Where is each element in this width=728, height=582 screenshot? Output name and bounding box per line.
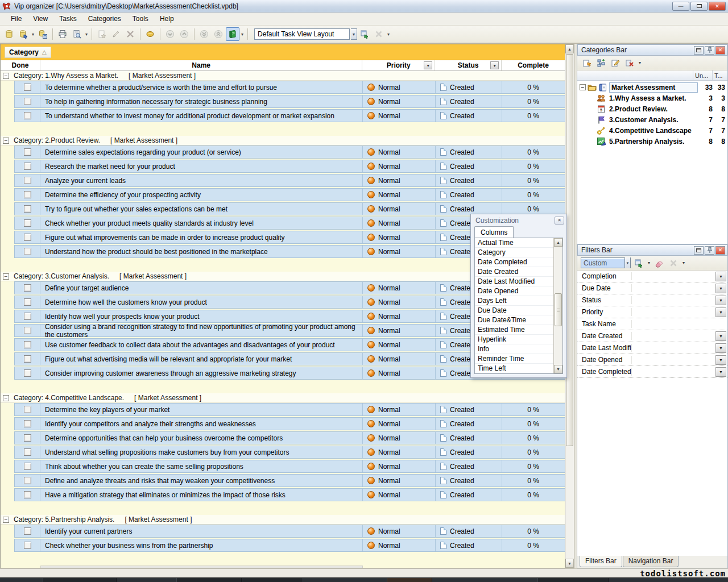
layout-combo-arrow[interactable]: ▼	[351, 28, 357, 40]
menu-item-categories[interactable]: Categories	[83, 13, 126, 24]
filter-dropdown-button[interactable]: ▼	[715, 367, 726, 377]
column-header-total[interactable]: T...	[713, 70, 727, 80]
move-up-button[interactable]	[177, 27, 191, 41]
add-category-button[interactable]	[581, 57, 593, 69]
done-checkbox[interactable]	[24, 163, 31, 170]
filter-value-field[interactable]	[632, 306, 715, 318]
categories-close-button[interactable]: ✕	[715, 46, 725, 55]
task-row[interactable]: Determine opportunities that can help yo…	[14, 431, 565, 444]
category-tree-item[interactable]: 5.Partnership Analysis. 8 8	[577, 136, 727, 147]
category-group-header[interactable]: − Category: 5.Partnership Analysis. [ Ma…	[1, 515, 565, 525]
done-checkbox[interactable]	[24, 84, 31, 91]
task-row[interactable]: Identify your competitors and analyze th…	[14, 417, 565, 430]
scrollbar-thumb[interactable]	[555, 293, 562, 326]
done-checkbox[interactable]	[24, 369, 31, 377]
done-checkbox[interactable]	[24, 527, 31, 535]
scrollbar-track[interactable]	[554, 327, 562, 365]
delete-layout-button[interactable]	[372, 27, 386, 41]
task-view-button[interactable]	[226, 27, 239, 41]
apply-filter-button[interactable]	[632, 257, 645, 269]
move-bottom-button[interactable]	[197, 27, 211, 41]
edit-task-button[interactable]	[109, 27, 123, 41]
done-checkbox[interactable]	[24, 191, 31, 198]
group-by-category-button[interactable]: Category △	[5, 47, 51, 58]
column-list-item[interactable]: Days Left	[475, 296, 553, 306]
customization-scrollbar[interactable]: ▲ ▼	[553, 238, 562, 373]
done-checkbox[interactable]	[24, 248, 31, 255]
column-list-item[interactable]: Estimated Time	[475, 325, 553, 335]
done-checkbox[interactable]	[24, 477, 31, 484]
done-checkbox[interactable]	[24, 434, 31, 442]
column-list-item[interactable]: Category	[475, 248, 553, 257]
print-preview-button[interactable]	[70, 27, 84, 41]
column-list-item[interactable]: Due Date&Time	[475, 315, 553, 325]
minimize-button[interactable]: —	[672, 2, 689, 11]
filter-value-field[interactable]	[632, 271, 715, 282]
task-row[interactable]: Analyze your current leads Normal Create…	[14, 174, 565, 187]
task-row[interactable]: Check whether your business wins from th…	[14, 539, 565, 552]
customization-close-button[interactable]: ✕	[555, 217, 564, 225]
done-checkbox[interactable]	[24, 112, 31, 119]
done-checkbox[interactable]	[24, 177, 31, 184]
filters-pin-button[interactable]	[705, 246, 714, 255]
filter-dropdown-button[interactable]: ▼	[715, 343, 726, 353]
filter-value-field[interactable]	[632, 354, 715, 365]
task-view-dropdown[interactable]: ▾	[240, 32, 245, 37]
collapse-minus-icon[interactable]: −	[3, 73, 9, 79]
save-database-button[interactable]	[36, 27, 49, 41]
filter-dropdown-button[interactable]: ▼	[715, 296, 726, 305]
bottom-tab-filters-bar[interactable]: Filters Bar	[580, 556, 622, 567]
category-tree-item[interactable]: 5 2.Product Review. 8 8	[577, 103, 727, 114]
scroll-down-button[interactable]: ▼	[565, 559, 574, 568]
task-row[interactable]: Have a mitigation strategy that eliminat…	[14, 488, 565, 501]
done-checkbox[interactable]	[24, 491, 31, 498]
done-checkbox[interactable]	[24, 148, 31, 156]
column-list-item[interactable]: Info	[475, 344, 553, 354]
done-checkbox[interactable]	[24, 313, 31, 320]
done-checkbox[interactable]	[24, 284, 31, 292]
column-list-item[interactable]: Actual Time	[475, 238, 553, 248]
categories-pin-button[interactable]	[705, 46, 714, 55]
column-header-name[interactable]: Name	[40, 60, 362, 70]
new-database-button[interactable]	[2, 27, 16, 41]
filter-value-field[interactable]	[632, 366, 715, 377]
open-database-dropdown[interactable]: ▾	[31, 32, 35, 37]
add-subcategory-button[interactable]	[595, 57, 607, 69]
column-list-item[interactable]: Date Last Modified	[475, 277, 553, 286]
menu-item-tools[interactable]: Tools	[127, 13, 154, 24]
done-checkbox[interactable]	[24, 219, 31, 227]
column-header-done[interactable]: Done	[1, 60, 40, 70]
category-group-header[interactable]: − Category: 2.Product Review. [ Market A…	[1, 136, 565, 146]
filter-dropdown-button[interactable]: ▼	[715, 284, 726, 293]
clear-filter-button[interactable]	[653, 257, 665, 269]
column-header-complete[interactable]: Complete	[502, 60, 565, 70]
category-group-header[interactable]: − Category: 4.Competitive Landscape. [ M…	[1, 393, 565, 403]
delete-category-button[interactable]	[623, 57, 636, 69]
delete-task-button[interactable]	[123, 27, 137, 41]
done-checkbox[interactable]	[24, 234, 31, 241]
category-tree-item[interactable]: − Market Assessment 33 33	[577, 82, 727, 93]
collapse-minus-icon[interactable]: −	[3, 273, 9, 280]
task-row[interactable]: To determine whether a product/service i…	[14, 81, 565, 94]
scroll-up-button[interactable]: ▲	[554, 238, 562, 247]
menu-item-help[interactable]: Help	[155, 13, 179, 24]
bottom-tab-navigation-bar[interactable]: Navigation Bar	[623, 556, 679, 567]
scroll-up-button[interactable]: ▲	[565, 44, 574, 53]
layout-overflow-dropdown[interactable]: ▾	[386, 32, 391, 37]
category-tree-item[interactable]: 3.Customer Analysis. 7 7	[577, 114, 727, 125]
menu-item-file[interactable]: File	[6, 13, 27, 24]
menu-item-tasks[interactable]: Tasks	[54, 13, 82, 24]
done-checkbox[interactable]	[24, 420, 31, 427]
column-list-item[interactable]: Time Left	[475, 364, 553, 373]
task-row[interactable]: Define and analyze threats and risks tha…	[14, 474, 565, 487]
column-header-priority[interactable]: Priority ▼	[362, 60, 435, 70]
filters-close-button[interactable]: ✕	[715, 246, 725, 255]
filter-dropdown-button[interactable]: ▼	[715, 331, 726, 341]
column-list-item[interactable]: Date Created	[475, 267, 553, 277]
filter-value-field[interactable]	[632, 342, 715, 354]
column-list-item[interactable]: Reminder Time	[475, 354, 553, 364]
task-row[interactable]: Think about whether you can create the s…	[14, 460, 565, 473]
done-checkbox[interactable]	[24, 327, 31, 334]
task-row[interactable]: Identify your current partners Normal Cr…	[14, 525, 565, 538]
filters-restore-button[interactable]	[694, 246, 704, 255]
